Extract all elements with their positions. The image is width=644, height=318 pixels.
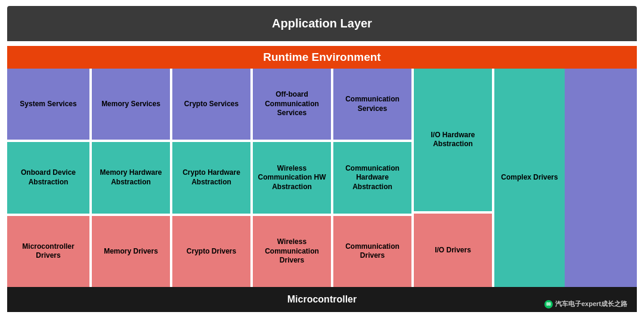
microcontroller-bar: Microcontroller ✉ 汽车电子expert成长之路 [7,287,637,312]
onboard-device-abstraction: Onboard Device Abstraction [7,141,89,214]
wireless-comm-drivers: Wireless Communication Drivers [253,215,331,287]
col-system: System Services Onboard Device Abstracti… [7,69,91,287]
io-hw-abstraction: I/O Hardware Abstraction [414,69,492,212]
col-comm: Communication Services Communication Har… [332,69,413,287]
app-layer-label: Application Layer [272,17,372,30]
watermark: ✉ 汽车电子expert成长之路 [544,300,627,308]
col-io: I/O Hardware Abstraction I/O Drivers [413,69,493,287]
crypto-hw-abstraction: Crypto Hardware Abstraction [172,141,250,214]
system-services: System Services [7,69,89,141]
comm-hw-abstraction: Communication Hardware Abstraction [333,141,411,214]
crypto-drivers: Crypto Drivers [172,215,250,287]
io-drivers: I/O Drivers [414,212,492,287]
complex-drivers: Complex Drivers [494,69,565,287]
comm-drivers: Communication Drivers [333,215,411,287]
col-memory: Memory Services Memory Hardware Abstract… [91,69,171,287]
crypto-services: Crypto Services [172,69,250,141]
memory-hw-abstraction: Memory Hardware Abstraction [92,141,170,214]
col-complex: Complex Drivers [493,69,565,287]
col-crypto: Crypto Services Crypto Hardware Abstract… [171,69,252,287]
microcontroller-drivers: Microcontroller Drivers [7,215,89,287]
watermark-text: 汽车电子expert成长之路 [555,300,627,308]
runtime-env: Runtime Environment [7,46,637,69]
wireless-comm-hw-abs: Wireless Communication HW Abstraction [253,141,331,214]
microcontroller-label: Microcontroller [287,294,357,304]
runtime-env-label: Runtime Environment [263,51,380,63]
memory-services: Memory Services [92,69,170,141]
main-container: Application Layer Runtime Environment Sy… [0,0,644,318]
comm-services: Communication Services [333,69,411,141]
memory-drivers: Memory Drivers [92,215,170,287]
wechat-icon: ✉ [544,300,553,308]
app-layer: Application Layer [7,6,637,41]
offboard-comm-services: Off-board Communication Services [253,69,331,141]
col-offboard: Off-board Communication Services Wireles… [252,69,332,287]
architecture-grid: System Services Onboard Device Abstracti… [7,69,637,287]
